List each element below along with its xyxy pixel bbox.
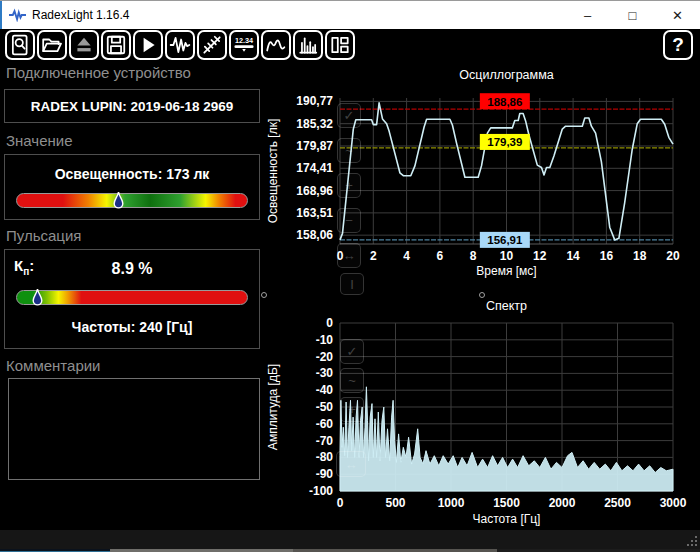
save-button[interactable] [101,30,131,60]
svg-text:-40: -40 [316,383,334,397]
osc-zoom-in-icon[interactable]: + [337,173,361,198]
comments-input[interactable] [8,378,260,480]
open-button[interactable] [37,30,67,60]
svg-text:12: 12 [533,249,547,263]
device-name: RADEX LUPIN: 2019-06-18 2969 [31,99,234,114]
light-rays-mode-button[interactable] [197,30,227,60]
window-title: RadexLight 1.16.4 [32,8,129,22]
device-box: RADEX LUPIN: 2019-06-18 2969 [4,89,260,123]
splitter-handle-icon[interactable] [261,292,267,298]
pulsation-box: Кп: 8.9 % Частоты: 240 [Гц] [4,249,260,349]
svg-text:18: 18 [633,249,647,263]
pulsation-scale-bar [16,290,248,305]
svg-text:174,41: 174,41 [296,161,333,175]
svg-text:2000: 2000 [549,496,576,510]
svg-text:179,87: 179,87 [296,139,333,153]
eject-icon [73,34,95,56]
help-button[interactable]: ? [663,30,693,60]
eject-button[interactable] [69,30,99,60]
preview-button[interactable] [5,30,35,60]
kp-label: Кп: [14,257,34,277]
spec-select-tool-icon[interactable]: ✓ [340,339,364,364]
play-icon [137,34,159,56]
oscillogram-view-button[interactable] [261,30,291,60]
start-button[interactable] [133,30,163,60]
wave-icon [265,34,287,56]
svg-text:-30: -30 [316,366,334,380]
pulsation-section-header: Пульсация [6,227,81,244]
osc-select-tool-icon[interactable]: ✓ [337,103,361,128]
magnifier-icon [9,34,31,56]
svg-text:158,06: 158,06 [296,228,333,242]
svg-text:1500: 1500 [493,496,520,510]
kp-value: 8.9 % [5,260,259,278]
illuminance-scale-bar [16,193,248,208]
rays-icon [201,34,223,56]
svg-text:12.34: 12.34 [235,36,253,45]
svg-text:2500: 2500 [604,496,631,510]
svg-text:188,86: 188,86 [487,96,522,108]
floppy-icon [105,34,127,56]
bars-icon [297,34,319,56]
numeric-display-button[interactable]: 12.34 [229,30,259,60]
maximize-button[interactable]: □ [610,1,655,29]
svg-text:14: 14 [566,249,580,263]
svg-text:500: 500 [385,496,405,510]
svg-text:-60: -60 [316,417,334,431]
osc-curve-tool-icon[interactable]: ~ [337,138,361,163]
svg-text:179,39: 179,39 [487,136,522,148]
numeric-icon: 12.34 [233,34,255,56]
svg-text:1000: 1000 [438,496,465,510]
pulsation-mode-button[interactable] [165,30,195,60]
comments-section-header: Комментарии [6,357,100,374]
app-window: RadexLight 1.16.4 – □ ✕ 12.34? Подключен… [0,0,700,552]
svg-text:-80: -80 [316,450,334,464]
spec-zoom-in-icon[interactable]: + [340,397,364,422]
value-box: Освещенность: 173 лк [4,154,260,220]
svg-text:Осциллограмма: Осциллограмма [459,68,553,82]
splitter-handle-icon[interactable] [479,292,485,298]
pulse-icon [169,34,191,56]
spectrum-chart[interactable]: 0500100015002000250030000-10-20-30-40-50… [264,296,700,531]
status-bar [0,530,700,549]
layout-icon [329,34,351,56]
svg-text:2: 2 [370,249,377,263]
illuminance-value: Освещенность: 173 лк [16,166,248,182]
layout-view-button[interactable] [325,30,355,60]
svg-text:20: 20 [666,249,680,263]
spectrum-view-button[interactable] [293,30,323,60]
titlebar: RadexLight 1.16.4 – □ ✕ [0,1,700,29]
svg-text:190,77: 190,77 [296,94,333,108]
svg-text:Освещенность [лк]: Освещенность [лк] [266,119,280,224]
svg-text:-100: -100 [309,484,333,498]
svg-text:4: 4 [403,249,410,263]
svg-text:10: 10 [500,249,514,263]
oscillogram-chart[interactable]: 02468101214161820190,77185,32179,87174,4… [264,61,700,296]
osc-zoom-out-icon[interactable]: − [337,208,361,233]
svg-text:0: 0 [326,316,333,330]
osc-cursor-tool-icon[interactable]: I [340,273,364,295]
svg-text:6: 6 [437,249,444,263]
svg-text:-10: -10 [316,333,334,347]
spec-pan-tool-icon[interactable]: ↔ [336,451,366,477]
app-icon [9,8,26,22]
illuminance-marker-icon [112,191,125,211]
svg-text:Спектр: Спектр [486,299,527,313]
svg-text:3000: 3000 [660,496,687,510]
svg-text:-70: -70 [316,434,334,448]
device-section-header: Подключенное устройство [6,64,191,81]
osc-pan-horizontal-icon[interactable]: ↔ [337,243,361,268]
close-button[interactable]: ✕ [655,1,700,29]
svg-text:185,32: 185,32 [296,117,333,131]
svg-text:8: 8 [470,249,477,263]
folder-icon [41,34,63,56]
svg-text:-20: -20 [316,350,334,364]
frequency-value: Частоты: 240 [Гц] [5,319,259,335]
svg-text:Время [мс]: Время [мс] [476,264,536,278]
minimize-button[interactable]: – [565,1,610,29]
resize-grip-icon[interactable] [686,535,697,546]
spec-curve-tool-icon[interactable]: ~ [340,368,364,393]
svg-text:Амплитуда [дБ]: Амплитуда [дБ] [266,364,280,450]
value-section-header: Значение [6,132,73,149]
pulsation-marker-icon [31,288,44,308]
